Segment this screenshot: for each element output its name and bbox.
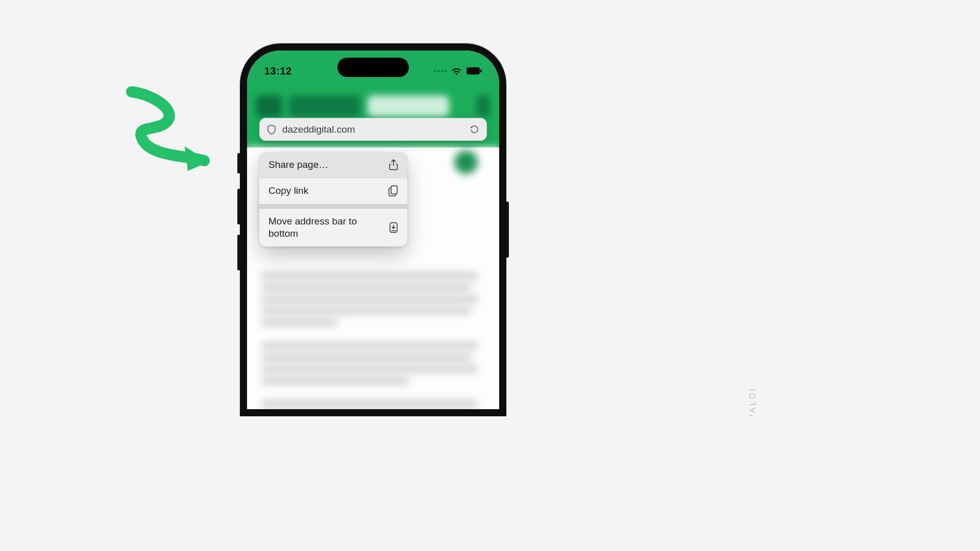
svg-rect-1 xyxy=(480,69,482,72)
wifi-icon xyxy=(451,67,462,75)
shield-icon xyxy=(267,124,276,135)
cellular-dots-icon xyxy=(434,70,447,72)
svg-rect-0 xyxy=(467,67,480,74)
menu-item-share-page[interactable]: Share page… xyxy=(259,152,407,178)
address-bar-context-menu: Share page… Copy link Move address bar t… xyxy=(259,152,407,246)
phone-volume-down xyxy=(237,235,240,270)
dynamic-island xyxy=(337,58,409,77)
phone-power-button xyxy=(506,202,509,258)
address-url: dazeddigital.com xyxy=(282,124,463,135)
menu-item-label: Move address bar to bottom xyxy=(268,215,371,240)
menu-item-copy-link[interactable]: Copy link xyxy=(259,178,407,204)
menu-item-label: Share page… xyxy=(268,159,328,171)
phone-screen: 13:12 xyxy=(247,51,499,409)
phone-volume-up xyxy=(237,189,240,224)
vivaldi-watermark: VIVALDI xyxy=(748,387,757,416)
address-bar[interactable]: dazeddigital.com xyxy=(259,118,487,141)
share-icon xyxy=(389,159,398,170)
copy-icon xyxy=(388,185,398,196)
battery-icon xyxy=(467,67,482,74)
menu-separator xyxy=(259,204,407,209)
vivaldi-wordmark: VIVALDI xyxy=(748,387,757,416)
phone-mockup: 13:12 xyxy=(240,43,506,416)
phone-mute-switch xyxy=(237,153,240,173)
move-to-bottom-icon xyxy=(389,222,398,233)
annotation-arrow-icon xyxy=(122,84,219,173)
menu-item-label: Copy link xyxy=(268,185,308,197)
svg-rect-2 xyxy=(391,186,397,194)
page-header-blur xyxy=(256,95,490,117)
status-time: 13:12 xyxy=(264,65,292,77)
reload-icon[interactable] xyxy=(470,124,479,134)
menu-item-move-address-bar[interactable]: Move address bar to bottom xyxy=(259,209,407,247)
